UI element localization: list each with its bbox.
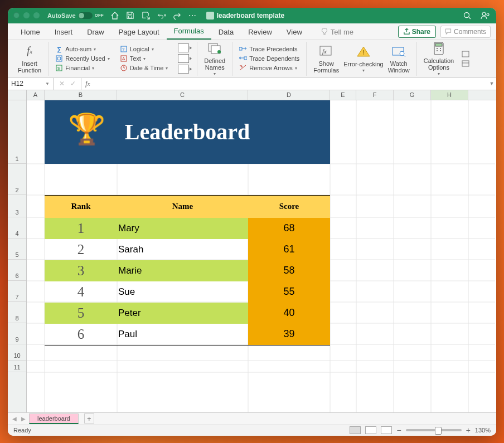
view-normal-button[interactable] [350, 426, 361, 434]
table-row[interactable]: 3 Marie 58 [45, 260, 330, 281]
col-G[interactable]: G [394, 90, 431, 100]
cell-rank[interactable]: 4 [45, 281, 117, 303]
sheet-tab-leaderboard[interactable]: leaderboard [29, 413, 79, 424]
more-fn-button[interactable] [176, 64, 192, 74]
text-button[interactable]: AText▾ [118, 54, 171, 63]
defined-names-button[interactable]: Defined Names ▾ [202, 40, 227, 78]
cell-rank[interactable]: 6 [45, 324, 117, 345]
autosave-toggle[interactable]: AutoSave OFF [47, 12, 104, 19]
home-icon[interactable] [110, 11, 119, 20]
col-B[interactable]: B [45, 90, 117, 100]
sheet-nav-prev[interactable]: ◀ [11, 416, 18, 422]
remove-arrows-button[interactable]: Remove Arrows▾ [237, 64, 302, 72]
tab-page-layout[interactable]: Page Layout [112, 25, 167, 40]
date-time-button[interactable]: Date & Time▾ [118, 64, 171, 72]
cell-rank[interactable]: 2 [45, 239, 117, 260]
row-6[interactable]: 6 [8, 260, 26, 281]
user-icon[interactable] [481, 11, 491, 20]
row-11[interactable]: 11 [8, 361, 26, 372]
tell-me-search[interactable]: Tell me [316, 25, 358, 40]
calc-sheet-button[interactable] [459, 59, 472, 68]
cell-score[interactable]: 68 [248, 218, 330, 239]
formula-expand-icon[interactable]: ▼ [487, 78, 496, 90]
col-D[interactable]: D [248, 90, 330, 100]
calc-now-button[interactable] [459, 50, 472, 59]
search-icon[interactable] [463, 11, 472, 20]
row-10[interactable]: 10 [8, 344, 26, 361]
row-1[interactable]: 1 [8, 100, 26, 164]
tab-insert[interactable]: Insert [47, 25, 80, 40]
recently-used-button[interactable]: Recently Used▾ [53, 54, 112, 63]
zoom-slider[interactable] [406, 429, 462, 431]
table-row[interactable]: 6 Paul 39 [45, 324, 330, 345]
trace-precedents-button[interactable]: Trace Precedents [237, 45, 302, 53]
cell-rank[interactable]: 3 [45, 260, 117, 281]
watch-window-button[interactable]: Watch Window [386, 42, 412, 75]
cell-score[interactable]: 40 [248, 303, 330, 324]
name-box-dropdown-icon[interactable]: ▼ [45, 81, 50, 86]
logical-button[interactable]: ?Logical▾ [118, 45, 171, 53]
cell-score[interactable]: 58 [248, 260, 330, 281]
autosave-switch[interactable] [78, 12, 93, 19]
select-all-corner[interactable] [8, 90, 27, 100]
table-row[interactable]: 5 Peter 40 [45, 303, 330, 324]
comments-button[interactable]: Comments [440, 26, 491, 38]
table-row[interactable]: 1 Mary 68 [45, 218, 330, 239]
tab-data[interactable]: Data [211, 25, 241, 40]
cell-name[interactable]: Mary [117, 218, 248, 239]
show-formulas-button[interactable]: fx Show Formulas [311, 42, 341, 75]
share-button[interactable]: Share [398, 26, 436, 38]
more-icon[interactable]: ⋯ [188, 11, 197, 20]
header-rank[interactable]: Rank [45, 196, 117, 218]
autosum-button[interactable]: ∑Auto-sum▾ [53, 45, 112, 53]
view-page-break-button[interactable] [381, 426, 392, 434]
zoom-level[interactable]: 130% [475, 427, 491, 434]
error-checking-button[interactable]: ! Error-checking ▾ [341, 43, 386, 75]
tab-home[interactable]: Home [13, 25, 47, 40]
minimize-dot[interactable] [23, 12, 30, 18]
save-as-icon[interactable] [142, 11, 151, 20]
col-H[interactable]: H [431, 90, 468, 100]
math-button[interactable] [176, 53, 192, 64]
cells-area[interactable]: 🏆 Leaderboard Rank Name Score 1 Mary 68 [27, 100, 496, 412]
row-5[interactable]: 5 [8, 238, 26, 260]
row-2[interactable]: 2 [8, 164, 26, 195]
tab-view[interactable]: View [279, 25, 309, 40]
cancel-icon[interactable]: ✕ [59, 80, 65, 87]
cell-name[interactable]: Sarah [117, 239, 248, 260]
table-row[interactable]: 2 Sarah 61 [45, 239, 330, 260]
col-E[interactable]: E [330, 90, 356, 100]
insert-function-button[interactable]: fx Insert Function [16, 42, 43, 75]
close-dot[interactable] [13, 12, 20, 18]
maximize-dot[interactable] [33, 12, 40, 18]
trace-dependents-button[interactable]: Trace Dependents [237, 54, 302, 63]
redo-icon[interactable] [173, 11, 182, 20]
fx-label[interactable]: fx [82, 78, 93, 90]
tab-review[interactable]: Review [241, 25, 279, 40]
cell-rank[interactable]: 5 [45, 303, 117, 324]
sheet-nav-next[interactable]: ▶ [20, 416, 27, 422]
table-row[interactable]: 4 Sue 55 [45, 281, 330, 303]
undo-icon[interactable]: ▾ [157, 11, 166, 20]
col-A[interactable]: A [27, 90, 45, 100]
zoom-out-button[interactable]: − [396, 426, 401, 435]
save-icon[interactable] [126, 11, 135, 20]
cell-score[interactable]: 61 [248, 239, 330, 260]
header-name[interactable]: Name [117, 196, 248, 218]
cell-score[interactable]: 55 [248, 281, 330, 303]
cell-name[interactable]: Sue [117, 281, 248, 303]
cell-name[interactable]: Peter [117, 303, 248, 324]
lookup-button[interactable] [176, 43, 192, 53]
row-4[interactable]: 4 [8, 217, 26, 238]
tab-formulas[interactable]: Formulas [167, 23, 211, 40]
enter-icon[interactable]: ✓ [70, 80, 76, 87]
zoom-in-button[interactable]: + [466, 426, 471, 435]
financial-button[interactable]: $Financial▾ [53, 64, 112, 72]
cell-rank[interactable]: 1 [45, 218, 117, 239]
tab-draw[interactable]: Draw [80, 25, 111, 40]
col-F[interactable]: F [356, 90, 394, 100]
formula-input[interactable] [93, 78, 487, 90]
row-8[interactable]: 8 [8, 302, 26, 323]
row-3[interactable]: 3 [8, 195, 26, 217]
view-page-layout-button[interactable] [365, 426, 376, 434]
